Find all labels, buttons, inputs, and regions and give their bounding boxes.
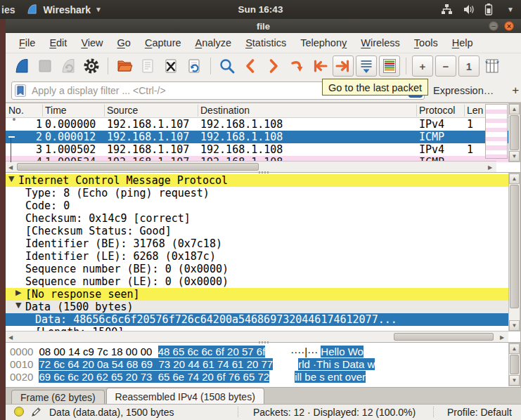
restart-capture-icon[interactable] [58, 55, 79, 77]
save-file-icon[interactable] [137, 55, 158, 77]
menu-wireless[interactable]: Wireless [354, 35, 406, 51]
splitter-grip[interactable] [259, 341, 270, 343]
profile-text[interactable]: Profile: Default [447, 407, 512, 418]
detail-row-no-response[interactable]: ▶[No response seen] [6, 288, 520, 301]
tab-frame[interactable]: Frame (62 bytes) [11, 390, 105, 404]
zoom-out-icon[interactable]: − [435, 55, 456, 77]
stop-capture-icon[interactable] [34, 55, 56, 77]
minimize-button[interactable]: − [489, 21, 499, 31]
capture-options-icon[interactable] [81, 55, 102, 77]
detail-row-type[interactable]: Type: 8 (Echo (ping) request) [6, 187, 520, 199]
detail-row-identifier-le[interactable]: Identifier (LE): 6268 (0x187c) [6, 250, 520, 263]
menu-statistics[interactable]: Statistics [239, 35, 292, 51]
col-protocol[interactable]: Protocol [419, 105, 455, 116]
menu-capture[interactable]: Capture [139, 35, 188, 51]
close-file-icon[interactable] [160, 55, 181, 77]
col-source[interactable]: Source [107, 105, 138, 116]
menu-help[interactable]: Help [446, 35, 480, 51]
packet-row-selected[interactable]: 2 0.000012 192.168.1.107 192.168.1.108 I… [6, 131, 520, 143]
tooltip-go-last-packet: Go to the last packet [322, 79, 428, 96]
menu-file[interactable]: File [13, 35, 41, 51]
scroll-right-icon[interactable]: ▶ [485, 162, 495, 172]
expert-info-icon[interactable] [14, 407, 24, 416]
col-length[interactable]: Len [467, 105, 483, 116]
detail-row-icmp[interactable]: ▼Internet Control Message Protocol [6, 174, 520, 187]
detail-row-code[interactable]: Code: 0 [6, 199, 520, 212]
scroll-up-icon[interactable]: ▲ [509, 104, 520, 114]
tab-reassembled-ipv4[interactable]: Reassembled IPv4 (1508 bytes) [106, 388, 264, 404]
scroll-thumb[interactable] [510, 185, 519, 308]
col-destination[interactable]: Destination [200, 105, 250, 116]
scroll-up-icon[interactable]: ▲ [509, 343, 520, 354]
scroll-down-icon[interactable]: ▼ [509, 151, 520, 162]
packet-row[interactable]: 3 1.000502 192.168.1.107 192.168.1.108 I… [6, 143, 520, 156]
detail-row-identifier-be[interactable]: Identifier (BE): 31768 (0x7c18) [6, 237, 520, 250]
zoom-in-icon[interactable]: + [412, 55, 433, 77]
scroll-right-icon[interactable]: ▶ [497, 332, 507, 342]
chevron-down-icon[interactable]: ▼ [507, 6, 514, 13]
detail-row-checksum[interactable]: Checksum: 0x14c9 [correct] [6, 212, 520, 225]
auto-scroll-icon[interactable] [356, 55, 377, 77]
hex-row[interactable]: 002069 6c 6c 20 62 65 20 73 65 6e 74 20 … [6, 371, 520, 383]
colorize-packets-icon[interactable] [379, 55, 400, 77]
packet-list-pane: No. Time Source Destination Protocol Len… [6, 103, 521, 173]
open-file-icon[interactable] [114, 55, 135, 77]
scroll-thumb[interactable] [17, 163, 259, 171]
menu-go[interactable]: Go [111, 35, 137, 51]
menu-view[interactable]: View [75, 35, 109, 51]
col-time[interactable]: Time [45, 105, 67, 116]
hex-row[interactable]: 001072 6c 64 20 0a 54 68 69 73 20 44 61 … [6, 358, 520, 371]
go-last-packet-icon[interactable] [333, 55, 354, 77]
scroll-thumb[interactable] [510, 355, 519, 374]
reload-file-icon[interactable] [184, 55, 205, 77]
scroll-down-icon[interactable]: ▼ [509, 320, 520, 331]
scroll-left-icon[interactable]: ◀ [6, 162, 15, 172]
detail-vscrollbar[interactable]: ▲ ▼ [508, 173, 520, 332]
menu-edit[interactable]: Edit [43, 35, 73, 51]
detail-row-seq-be[interactable]: Sequence number (BE): 0 (0x0000) [6, 263, 520, 275]
battery-icon[interactable] [484, 4, 493, 15]
scroll-thumb[interactable] [394, 333, 494, 341]
go-to-packet-icon[interactable] [286, 55, 307, 77]
col-no[interactable]: No. [8, 105, 24, 116]
expander-open-icon[interactable]: ▼ [8, 174, 14, 183]
normal-size-icon[interactable]: 1 [458, 55, 480, 77]
menu-telephony[interactable]: Telephony [294, 35, 353, 51]
go-first-packet-icon[interactable] [309, 55, 330, 77]
packet-row[interactable]: 1 0.000000 192.168.1.107 192.168.1.108 I… [6, 118, 520, 131]
packet-list-hscrollbar[interactable]: ◀ ▶ [6, 161, 496, 172]
expander-closed-icon[interactable]: ▶ [15, 288, 21, 297]
menu-tools[interactable]: Tools [408, 35, 444, 51]
network-icon[interactable] [441, 4, 453, 15]
go-back-icon[interactable] [240, 55, 261, 77]
add-filter-button[interactable]: + [506, 84, 521, 98]
menu-analyze[interactable]: Analyze [189, 35, 238, 51]
hex-row[interactable]: 000008 00 14 c9 7c 18 00 00 48 65 6c 6c … [6, 346, 520, 358]
expression-button[interactable]: Expression… [429, 85, 498, 96]
volume-icon[interactable] [463, 4, 475, 15]
scroll-left-icon[interactable]: ◀ [6, 332, 15, 342]
toolbar-separator [108, 58, 108, 74]
bookmark-icon[interactable] [12, 82, 29, 99]
scroll-down-icon[interactable]: ▼ [509, 375, 520, 386]
packet-list-header[interactable]: No. Time Source Destination Protocol Len [6, 103, 520, 118]
scroll-up-icon[interactable]: ▲ [509, 173, 520, 184]
packet-list-minimap[interactable] [485, 104, 508, 159]
splitter-grip[interactable] [259, 171, 270, 173]
expander-open-icon[interactable]: ▼ [15, 301, 21, 310]
titlebar[interactable]: file − × [6, 19, 521, 33]
detail-row-data-bytes-selected[interactable]: Data: 48656c6c6f20576f726c64200a54686973… [6, 313, 520, 326]
resize-columns-icon[interactable] [482, 55, 503, 77]
detail-hscrollbar[interactable]: ◀ ▶ [6, 331, 508, 342]
find-packet-icon[interactable] [217, 55, 238, 77]
packet-list-vscrollbar[interactable]: ▲ ▼ [508, 103, 520, 162]
detail-row-checksum-status[interactable]: [Checksum Status: Good] [6, 225, 520, 237]
detail-row-seq-le[interactable]: Sequence number (LE): 0 (0x0000) [6, 275, 520, 288]
start-capture-icon[interactable] [11, 55, 32, 77]
go-forward-icon[interactable] [263, 55, 284, 77]
detail-row-data[interactable]: ▼Data (1500 bytes) [6, 301, 520, 313]
scroll-thumb[interactable] [510, 115, 519, 150]
hex-vscrollbar[interactable]: ▲ ▼ [508, 343, 520, 386]
close-button[interactable]: × [504, 21, 514, 31]
capture-comment-icon[interactable] [31, 407, 41, 419]
